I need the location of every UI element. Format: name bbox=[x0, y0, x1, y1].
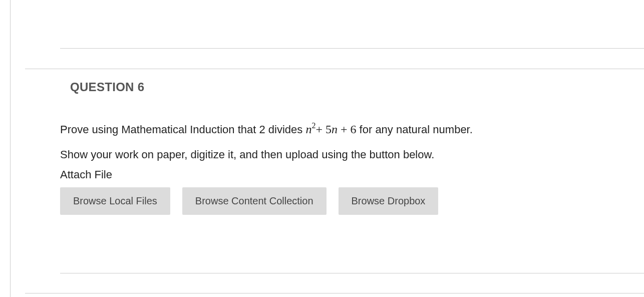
prompt-prefix: Prove using Mathematical Induction that … bbox=[60, 123, 305, 136]
math-op-plus-2: + bbox=[338, 123, 351, 136]
browse-dropbox-button[interactable]: Browse Dropbox bbox=[339, 187, 439, 215]
question-prompt: Prove using Mathematical Induction that … bbox=[60, 120, 634, 138]
attach-file-label: Attach File bbox=[60, 168, 634, 181]
math-superscript: 2 bbox=[311, 121, 315, 130]
math-coef-5: 5 bbox=[326, 123, 332, 136]
instruction-text: Show your work on paper, digitize it, an… bbox=[60, 148, 634, 161]
divider-top-inner bbox=[60, 48, 644, 49]
question-content: Prove using Mathematical Induction that … bbox=[60, 120, 634, 215]
math-const-6: 6 bbox=[350, 123, 356, 136]
math-var-n: n bbox=[305, 123, 311, 136]
browse-content-collection-button[interactable]: Browse Content Collection bbox=[182, 187, 327, 215]
divider-bottom-inner bbox=[60, 273, 644, 273]
left-border bbox=[10, 0, 11, 297]
math-op-plus-1: + bbox=[315, 123, 326, 136]
divider-bottom-outer bbox=[25, 293, 644, 293]
question-header: QUESTION 6 bbox=[70, 80, 144, 94]
attach-button-row: Browse Local Files Browse Content Collec… bbox=[60, 187, 634, 215]
browse-local-files-button[interactable]: Browse Local Files bbox=[60, 187, 170, 215]
divider-top-outer bbox=[25, 69, 644, 69]
prompt-suffix: for any natural number. bbox=[356, 123, 472, 136]
math-var-n-2: n bbox=[332, 123, 338, 136]
